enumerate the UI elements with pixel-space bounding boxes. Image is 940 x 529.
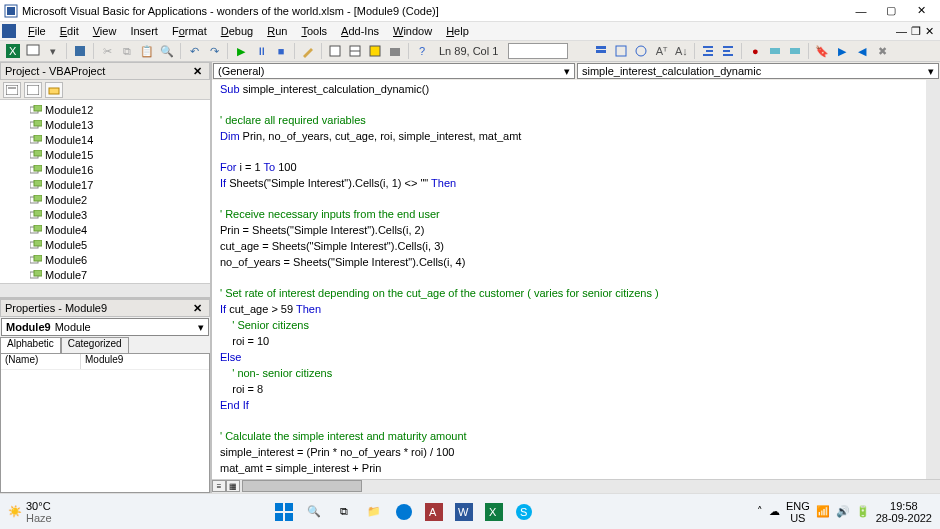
project-explorer-icon[interactable]	[326, 42, 344, 60]
edge-icon[interactable]	[391, 499, 417, 525]
minimize-button[interactable]: —	[846, 1, 876, 21]
code-vertical-scrollbar[interactable]	[926, 80, 940, 479]
design-mode-icon[interactable]	[299, 42, 317, 60]
indent-icon[interactable]	[699, 42, 717, 60]
search-button[interactable]: 🔍	[301, 499, 327, 525]
view-excel-icon[interactable]: X	[4, 42, 22, 60]
menu-debug[interactable]: Debug	[215, 25, 259, 37]
redo-icon[interactable]: ↷	[205, 42, 223, 60]
tray-battery-icon[interactable]: 🔋	[856, 505, 870, 518]
dropdown-icon[interactable]: ▾	[44, 42, 62, 60]
zoom-combo[interactable]	[508, 43, 568, 59]
menu-format[interactable]: Format	[166, 25, 213, 37]
bookmark-icon[interactable]: 🔖	[813, 42, 831, 60]
object-browser-icon[interactable]	[366, 42, 384, 60]
view-object-button[interactable]	[24, 82, 42, 98]
property-value[interactable]: Module9	[81, 354, 209, 369]
file-explorer-icon[interactable]: 📁	[361, 499, 387, 525]
excel-icon[interactable]: X	[481, 499, 507, 525]
find-icon[interactable]: 🔍	[158, 42, 176, 60]
quick-info-icon[interactable]	[632, 42, 650, 60]
tree-node-module13[interactable]: Module13	[0, 117, 210, 132]
mdi-restore-button[interactable]: ❐	[911, 25, 921, 38]
access-icon[interactable]: A	[421, 499, 447, 525]
word-icon[interactable]: W	[451, 499, 477, 525]
procedure-combo[interactable]: simple_interest_calculation_dynamic▾	[577, 63, 939, 79]
complete-word-icon[interactable]: A↓	[672, 42, 690, 60]
comment-block-icon[interactable]	[766, 42, 784, 60]
help-icon[interactable]: ?	[413, 42, 431, 60]
full-module-view-button[interactable]: ▦	[226, 480, 240, 492]
menu-run[interactable]: Run	[261, 25, 293, 37]
object-combo[interactable]: (General)▾	[213, 63, 575, 79]
properties-icon[interactable]	[346, 42, 364, 60]
menu-window[interactable]: Window	[387, 25, 438, 37]
tray-volume-icon[interactable]: 🔊	[836, 505, 850, 518]
code-editor[interactable]: Sub simple_interest_calculation_dynamic(…	[212, 80, 940, 479]
menu-file[interactable]: File	[22, 25, 52, 37]
reset-icon[interactable]: ■	[272, 42, 290, 60]
maximize-button[interactable]: ▢	[876, 1, 906, 21]
tree-node-module12[interactable]: Module12	[0, 102, 210, 117]
start-button[interactable]	[271, 499, 297, 525]
tree-node-module3[interactable]: Module3	[0, 207, 210, 222]
menu-insert[interactable]: Insert	[124, 25, 164, 37]
properties-object-combo[interactable]: Module9Module▾	[1, 318, 209, 336]
cut-icon[interactable]: ✂	[98, 42, 116, 60]
skype-icon[interactable]: S	[511, 499, 537, 525]
list-properties-icon[interactable]	[592, 42, 610, 60]
project-panel-close-button[interactable]: ✕	[190, 65, 205, 78]
tree-node-module2[interactable]: Module2	[0, 192, 210, 207]
toolbox-icon[interactable]	[386, 42, 404, 60]
tree-node-module17[interactable]: Module17	[0, 177, 210, 192]
close-button[interactable]: ✕	[906, 1, 936, 21]
language-indicator[interactable]: ENGUS	[786, 500, 810, 524]
mdi-close-button[interactable]: ✕	[925, 25, 934, 38]
properties-panel-close-button[interactable]: ✕	[190, 302, 205, 315]
undo-icon[interactable]: ↶	[185, 42, 203, 60]
insert-userform-icon[interactable]	[24, 42, 42, 60]
weather-widget[interactable]: ☀️ 30°C Haze	[8, 500, 52, 524]
task-view-button[interactable]: ⧉	[331, 499, 357, 525]
tree-node-module5[interactable]: Module5	[0, 237, 210, 252]
save-icon[interactable]	[71, 42, 89, 60]
tree-node-module4[interactable]: Module4	[0, 222, 210, 237]
menu-view[interactable]: View	[87, 25, 123, 37]
view-code-button[interactable]	[3, 82, 21, 98]
uncomment-block-icon[interactable]	[786, 42, 804, 60]
parameter-info-icon[interactable]: Aᵀ	[652, 42, 670, 60]
toggle-folders-button[interactable]	[45, 82, 63, 98]
tree-node-module16[interactable]: Module16	[0, 162, 210, 177]
tab-alphabetic[interactable]: Alphabetic	[0, 337, 61, 353]
tree-node-module6[interactable]: Module6	[0, 252, 210, 267]
properties-grid[interactable]: (Name) Module9	[0, 353, 210, 493]
paste-icon[interactable]: 📋	[138, 42, 156, 60]
mdi-minimize-button[interactable]: —	[896, 25, 907, 38]
tree-node-module7[interactable]: Module7	[0, 267, 210, 282]
breakpoint-icon[interactable]: ●	[746, 42, 764, 60]
procedure-view-button[interactable]: ≡	[212, 480, 226, 492]
clock[interactable]: 19:5828-09-2022	[876, 500, 932, 524]
scrollbar-thumb[interactable]	[242, 480, 362, 492]
tab-categorized[interactable]: Categorized	[61, 337, 129, 353]
tree-node-module15[interactable]: Module15	[0, 147, 210, 162]
next-bookmark-icon[interactable]: ▶	[833, 42, 851, 60]
tree-node-module14[interactable]: Module14	[0, 132, 210, 147]
run-icon[interactable]: ▶	[232, 42, 250, 60]
break-icon[interactable]: ⏸	[252, 42, 270, 60]
menu-tools[interactable]: Tools	[295, 25, 333, 37]
outdent-icon[interactable]	[719, 42, 737, 60]
tray-onedrive-icon[interactable]: ☁	[769, 505, 780, 518]
menu-help[interactable]: Help	[440, 25, 475, 37]
tray-chevron-icon[interactable]: ˄	[757, 505, 763, 518]
menu-edit[interactable]: Edit	[54, 25, 85, 37]
project-tree-scrollbar[interactable]	[0, 283, 210, 297]
tray-wifi-icon[interactable]: 📶	[816, 505, 830, 518]
list-constants-icon[interactable]	[612, 42, 630, 60]
clear-bookmarks-icon[interactable]: ✖	[873, 42, 891, 60]
project-tree[interactable]: Module12Module13Module14Module15Module16…	[0, 100, 210, 283]
copy-icon[interactable]: ⧉	[118, 42, 136, 60]
prev-bookmark-icon[interactable]: ◀	[853, 42, 871, 60]
menu-addins[interactable]: Add-Ins	[335, 25, 385, 37]
code-horizontal-scrollbar[interactable]: ≡ ▦	[212, 479, 940, 493]
